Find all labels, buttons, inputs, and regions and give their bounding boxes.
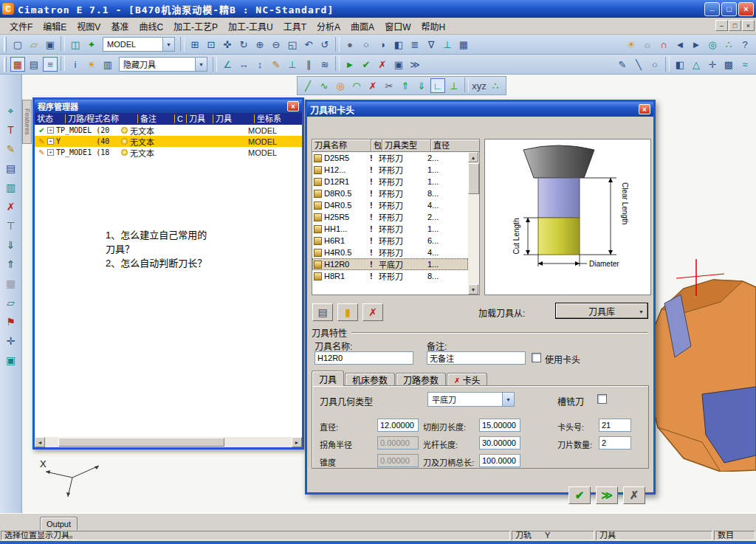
features-tab[interactable]: Features [22, 100, 32, 144]
edit-sketch-icon[interactable]: ✎ [4, 142, 18, 156]
column-header[interactable]: 包 [371, 140, 382, 152]
measure-angle-icon[interactable]: ∠ [220, 57, 235, 72]
line-icon[interactable]: ╱ [300, 78, 315, 93]
select-filter-icon[interactable]: ⊞ [188, 37, 202, 52]
program-row[interactable]: ✔ TP_MODEL (20 无文本 MODEL [35, 125, 302, 136]
refresh-model-icon[interactable]: ✦ [84, 37, 99, 52]
display-filter-icon[interactable]: ∇ [424, 37, 439, 52]
mesh-icon[interactable]: △ [689, 57, 704, 72]
stop-icon[interactable]: ✗ [375, 57, 390, 72]
close-icon[interactable] [287, 101, 299, 111]
pan-icon[interactable]: ✜ [220, 37, 235, 52]
section-icon[interactable]: ◧ [391, 37, 406, 52]
zoom-out-icon[interactable]: ⊖ [269, 37, 284, 52]
import-icon[interactable]: ⇓ [4, 238, 18, 252]
corner-icon[interactable]: ∟ [430, 78, 445, 93]
menu-item[interactable]: 文件F [4, 18, 38, 34]
program-manager-body[interactable]: ✔ TP_MODEL (20 无文本 MODEL ✎ Y (40 无文本 MOD… [35, 125, 302, 447]
slot-mill-checkbox[interactable] [597, 394, 607, 404]
circle-icon[interactable]: ◎ [333, 78, 348, 93]
cancel-button[interactable]: ✗ [623, 486, 645, 504]
zoom-in-icon[interactable]: ⊕ [252, 37, 267, 52]
line-tool-icon[interactable]: ╲ [631, 57, 646, 72]
hatch-icon[interactable]: ▩ [721, 57, 736, 72]
minimize-button[interactable] [704, 2, 720, 16]
tool-manager-icon[interactable]: ≡ [43, 57, 58, 72]
tab-machine-params[interactable]: 机床参数 [345, 373, 395, 386]
menu-item[interactable]: 曲面A [346, 18, 379, 34]
axes-icon[interactable]: ✛ [705, 57, 720, 72]
tool-row[interactable]: H12R0 ! 平底刀 1... [312, 258, 468, 270]
ucs-icon[interactable]: ⊥ [440, 37, 455, 52]
zoom-fit-icon[interactable]: ◱ [285, 37, 300, 52]
close-button[interactable] [738, 2, 754, 16]
target-icon[interactable]: ◎ [705, 37, 720, 52]
magnet-icon[interactable]: ∩ [656, 37, 671, 52]
apply-next-button[interactable]: ≫ [596, 486, 618, 504]
grid-icon[interactable]: ▦ [456, 37, 471, 52]
close-icon[interactable] [639, 104, 650, 114]
tool-name-input[interactable] [315, 351, 413, 365]
select-target-icon[interactable]: ⌖ [4, 103, 18, 118]
snap-points-icon[interactable]: ∴ [721, 37, 736, 52]
tree-expand-icon[interactable] [47, 127, 54, 134]
chevron-down-icon[interactable] [195, 58, 207, 71]
menu-item[interactable]: 帮助H [416, 18, 450, 34]
output-tab[interactable]: Output [40, 517, 78, 531]
chevron-down-icon[interactable] [162, 38, 174, 51]
tool-row[interactable]: D4R0.5 ! 环形刀 4... [312, 199, 468, 211]
column-header[interactable]: 刀具类型 [382, 140, 431, 152]
column-header[interactable]: 备注 [138, 114, 175, 123]
previous-view-icon[interactable]: ↶ [301, 37, 316, 52]
plane-icon[interactable]: ▱ [4, 295, 18, 310]
delete-icon[interactable]: ✗ [365, 78, 380, 93]
tab-toolpath-params[interactable]: 刀路参数 [396, 373, 446, 386]
new-file-icon[interactable]: ▢ [10, 37, 25, 52]
simulate-icon[interactable]: ► [343, 57, 357, 72]
verify-icon[interactable]: ✔ [359, 57, 374, 72]
menu-item[interactable]: 加工-工艺P [168, 18, 223, 34]
toolbar-grip[interactable] [4, 37, 7, 52]
holder-number-input[interactable] [599, 419, 631, 432]
normal-check-icon[interactable]: ⊥ [285, 57, 300, 72]
shank-length-input[interactable] [479, 436, 520, 450]
column-header[interactable]: 刀具 [187, 114, 213, 123]
step-back-icon[interactable]: ◄ [673, 37, 687, 52]
edit-tool-table-button[interactable]: ▤ [312, 303, 333, 321]
hide-tool-combo[interactable]: 隐藏刀具 [119, 57, 207, 72]
menu-item[interactable]: 加工-工具U [223, 18, 278, 34]
column-header[interactable]: 坐标系 [255, 114, 302, 123]
maximize-button[interactable] [721, 2, 737, 16]
rotate-view-icon[interactable]: ↻ [236, 37, 251, 52]
use-holder-checkbox[interactable] [532, 353, 541, 362]
light-off-icon[interactable]: ☼ [640, 37, 655, 52]
light-on-icon[interactable]: ☀ [624, 37, 639, 52]
program-manager-titlebar[interactable]: 程序管理器 [35, 100, 302, 113]
sketch-icon[interactable]: ✎ [615, 57, 630, 72]
surface-analysis-icon[interactable]: ≋ [317, 57, 332, 72]
toolbar-grip[interactable] [4, 57, 7, 72]
delete-entity-icon[interactable]: ✗ [4, 199, 18, 214]
wireframe-display-icon[interactable]: ○ [359, 37, 374, 52]
geometry-type-combo[interactable]: 平底刀 [427, 392, 515, 407]
column-header[interactable]: C [175, 114, 187, 123]
nc-output-icon[interactable]: ▣ [391, 57, 406, 72]
layers-icon[interactable]: ≣ [408, 37, 422, 52]
tool-row[interactable]: H25R5 ! 环形刀 2... [312, 211, 468, 223]
holder-library-button[interactable]: ▮ [337, 303, 358, 321]
load-model-icon[interactable]: ◫ [68, 37, 83, 52]
scrollbar-thumb[interactable] [468, 163, 479, 194]
scroll-left-icon[interactable] [35, 437, 45, 447]
column-header[interactable]: 刀具名称 [312, 140, 371, 152]
measure-distance-icon[interactable]: ↔ [236, 57, 251, 72]
tree-expand-icon[interactable] [47, 149, 54, 156]
insert-count-input[interactable] [599, 436, 631, 450]
tool-row[interactable]: D8R0.5 ! 环形刀 8... [312, 187, 468, 199]
arc-icon[interactable]: ◠ [349, 78, 364, 93]
trim-icon[interactable]: ✂ [382, 78, 396, 93]
text-tool-icon[interactable]: T [4, 123, 18, 137]
flag-icon[interactable]: ⚑ [4, 314, 18, 329]
delete-tool-button[interactable]: ✗ [362, 303, 383, 321]
post-process-icon[interactable]: ≫ [408, 57, 422, 72]
smooth-icon[interactable]: ≈ [738, 57, 752, 72]
